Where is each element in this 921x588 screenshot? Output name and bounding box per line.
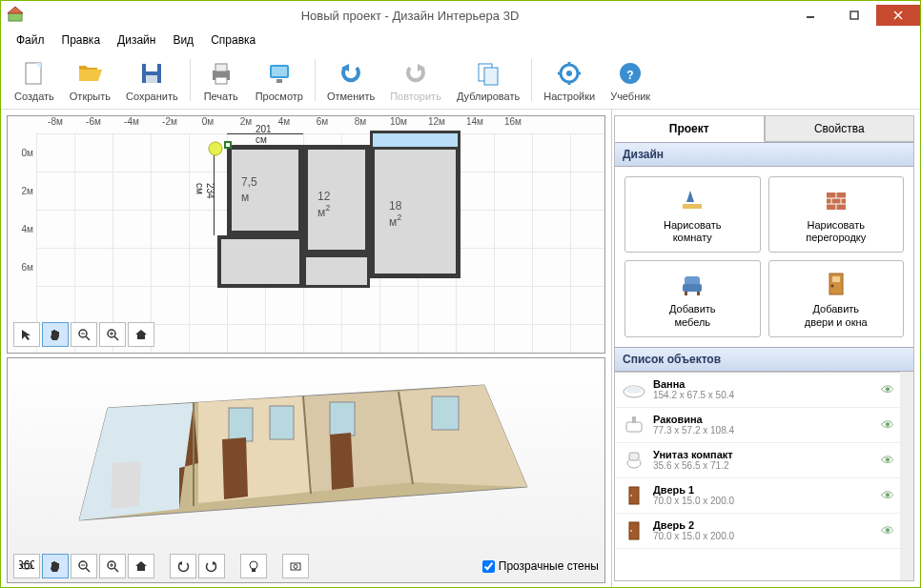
object-item[interactable]: Унитаз компакт35.6 x 56.5 x 71.2👁 [615,443,900,478]
menu-help[interactable]: Справка [203,31,263,49]
object-dimensions: 70.0 x 15.0 x 200.0 [653,531,881,541]
light-button[interactable] [240,554,267,578]
svg-rect-49 [270,406,294,439]
pointer-tool-button[interactable] [13,322,40,347]
view3d-tools: 360 Прозрачные стены [13,554,599,578]
open-button[interactable]: Открыть [62,56,118,104]
svg-rect-16 [276,79,282,83]
svg-marker-38 [135,330,147,339]
svg-marker-54 [111,461,141,509]
visibility-toggle[interactable]: 👁 [881,417,894,433]
svg-marker-1 [8,7,23,13]
maximize-button[interactable] [832,5,876,26]
svg-marker-43 [303,392,413,492]
folder-open-icon [74,58,105,89]
object-item[interactable]: Раковина77.3 x 57.2 x 108.4👁 [615,408,900,443]
room-5[interactable] [303,254,370,288]
door-icon [621,482,647,509]
menubar: Файл Правка Дизайн Вид Справка [1,30,920,51]
home-button[interactable] [128,322,154,347]
rotate-ccw-button[interactable] [170,554,196,578]
room-label-1: 7,5 м [241,173,257,204]
tutorial-button[interactable]: ?Учебник [603,56,658,104]
view-3d[interactable]: 360 Прозрачные стены [7,357,605,583]
svg-point-29 [209,142,222,155]
file-new-icon [19,58,50,89]
svg-rect-82 [685,292,687,295]
svg-rect-92 [629,453,639,460]
svg-rect-12 [215,64,227,71]
brick-wall-icon [821,185,851,215]
svg-line-32 [86,336,90,340]
visibility-toggle[interactable]: 👁 [881,488,894,503]
tab-properties[interactable]: Свойства [765,115,915,142]
svg-rect-48 [229,408,253,441]
svg-rect-85 [832,276,840,282]
tab-project[interactable]: Проект [614,115,765,142]
undo-button[interactable]: Отменить [319,56,382,104]
dimension-height: 234 см [194,183,215,199]
zoom-in-3d-button[interactable] [99,554,126,578]
save-button[interactable]: Сохранить [118,56,186,104]
pan-3d-button[interactable] [42,554,69,578]
draw-room-button[interactable]: Нарисовать комнату [624,176,761,253]
home-3d-button[interactable] [128,554,154,578]
visibility-toggle[interactable]: 👁 [881,523,894,538]
visibility-toggle[interactable]: 👁 [881,382,894,397]
transparent-walls-checkbox[interactable]: Прозрачные стены [482,559,599,573]
svg-point-22 [566,71,572,76]
scrollbar[interactable] [900,372,913,580]
object-list[interactable]: Ванна154.2 x 67.5 x 50.4👁Раковина77.3 x … [615,372,900,580]
ruler-horizontal: -8м-6м-4м-2м0м2м4м6м8м10м12м14м16м [36,116,604,133]
rotate-cw-button[interactable] [198,554,225,578]
menu-edit[interactable]: Правка [54,31,109,49]
section-objects-header: Список объектов [615,347,913,372]
menu-file[interactable]: Файл [9,31,52,49]
svg-point-86 [830,285,833,288]
view-2d[interactable]: -8м-6м-4м-2м0м2м4м6м8м10м12м14м16м 0м2м4… [7,115,605,354]
ruler-vertical: 0м2м4м6м [8,133,36,286]
draw-partition-button[interactable]: Нарисовать перегородку [768,176,905,253]
room-label-3: 18 м2 [389,197,401,229]
menu-design[interactable]: Дизайн [110,31,163,49]
svg-rect-51 [432,396,459,430]
duplicate-button[interactable]: Дублировать [449,56,527,104]
door-icon [821,269,851,299]
redo-icon [400,58,431,89]
redo-button[interactable]: Повторить [382,56,449,104]
print-button[interactable]: Печать [194,56,248,104]
app-icon [7,6,26,25]
visibility-toggle[interactable]: 👁 [881,453,894,468]
orbit-button[interactable]: 360 [13,554,40,578]
zoom-out-button[interactable] [71,322,97,347]
preview-button[interactable]: Просмотр [248,56,311,104]
svg-point-70 [294,565,297,569]
room-2[interactable] [303,145,370,254]
object-item[interactable]: Дверь 270.0 x 15.0 x 200.0👁 [615,514,900,549]
add-doors-windows-button[interactable]: Добавить двери и окна [768,260,905,336]
close-button[interactable] [876,5,920,26]
menu-view[interactable]: Вид [165,31,201,49]
room-3[interactable] [370,145,460,278]
room-4[interactable] [217,235,303,288]
create-button[interactable]: Создать [7,56,62,104]
add-furniture-button[interactable]: Добавить мебель [624,260,761,336]
balcony[interactable] [370,131,460,150]
object-item[interactable]: Ванна154.2 x 67.5 x 50.4👁 [615,373,900,408]
svg-rect-13 [215,77,227,84]
room-1[interactable] [227,145,303,235]
dimension-width: 201 см [256,124,272,145]
object-item[interactable]: Дверь 170.0 x 15.0 x 200.0👁 [615,478,900,514]
zoom-out-3d-button[interactable] [71,554,97,578]
camera-button[interactable] [282,554,309,578]
object-name: Дверь 2 [653,519,881,531]
zoom-in-button[interactable] [99,322,126,347]
minimize-button[interactable] [788,5,832,26]
settings-button[interactable]: Настройки [536,56,603,104]
svg-rect-68 [252,569,256,572]
svg-line-61 [114,568,118,572]
svg-marker-44 [399,385,527,487]
help-icon: ? [615,58,645,89]
pan-tool-button[interactable] [42,322,69,347]
svg-point-96 [630,530,632,532]
